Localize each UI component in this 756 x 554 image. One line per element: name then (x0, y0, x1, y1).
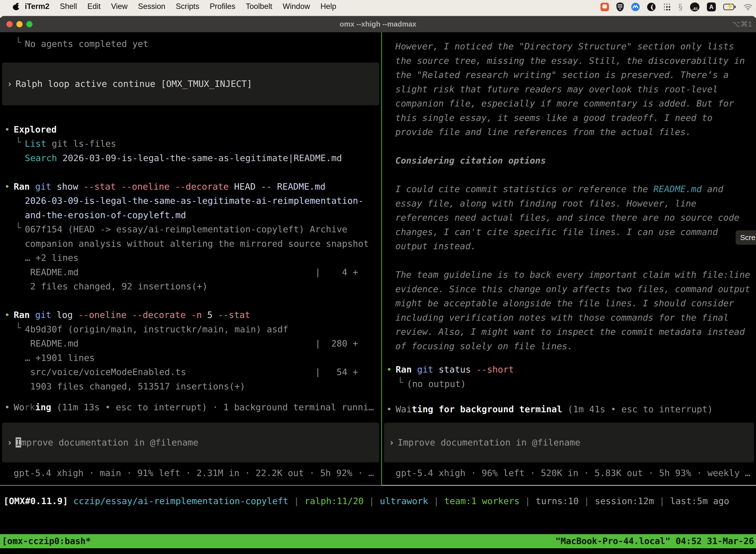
menu-item-session[interactable]: Session (138, 2, 165, 11)
terminal-line: this single essay, it seems like a good … (382, 111, 756, 125)
spacer (382, 353, 756, 363)
model-status-line: gpt-5.4 xhigh · main · 91% left · 2.31M … (0, 466, 381, 480)
tmux-host-clock: "MacBook-Pro-44.local" 04:52 31-Mar-26 (555, 534, 754, 548)
model-status-line: gpt-5.4 xhigh · 96% left · 520K in · 5.8… (382, 466, 756, 480)
menu-item-scripts[interactable]: Scripts (176, 2, 199, 11)
terminal-line: the "Related research writing" section i… (382, 68, 756, 82)
terminal-line: I could cite commit statistics or refere… (382, 182, 756, 196)
spacer (382, 139, 756, 154)
tree-branch-icon: └ (16, 135, 21, 150)
wifi-icon[interactable] (744, 3, 753, 10)
tmux-session-label: [omx-cczip0:bash* (2, 534, 91, 548)
input-source-icon[interactable]: A (707, 2, 716, 11)
terminal-line: •Waiting for background terminal (1m 41s… (382, 402, 756, 417)
tmux-panes: └No agents completed yet›Ralph loop acti… (0, 32, 756, 486)
dark-crescent-icon[interactable] (647, 3, 655, 11)
terminal-line: including verification notes with those … (382, 311, 756, 325)
pane-right-agent[interactable]: However, I noticed the "Directory Struct… (382, 32, 756, 486)
terminal-line: … +1901 lines (0, 351, 381, 365)
terminal-line: •Ran git show --stat --oneline --decorat… (0, 179, 381, 194)
menu-item-iterm2[interactable]: iTerm2 (25, 2, 49, 11)
spacer (382, 32, 756, 39)
tree-branch-icon: └ (16, 221, 21, 235)
menu-item-profiles[interactable]: Profiles (209, 2, 235, 11)
terminal-line: essay file, along with finding root file… (382, 196, 756, 211)
menu-item-help[interactable]: Help (320, 2, 336, 11)
title-bar[interactable]: omx --xhigh --madmax ⌥⌘1 (0, 16, 756, 32)
spacer (0, 165, 381, 179)
menu-status-icons: § ..61 A ⚡ (601, 2, 753, 12)
menu-items: iTerm2ShellEditViewSessionScriptsProfile… (0, 0, 336, 13)
tree-branch-icon: └ (16, 321, 21, 335)
terminal-line: README.md | 4 + (0, 265, 381, 279)
terminal-line: Considering citation options (382, 153, 756, 168)
prompt-input-text: Ralph loop active continue [OMX_TMUX_INJ… (2, 79, 252, 89)
prompt-chevron-icon: › (7, 79, 12, 89)
bullet-icon: • (4, 400, 10, 414)
bullet-icon: • (4, 122, 10, 137)
terminal-line: └List git ls-files (0, 136, 381, 151)
prompt-input-text: Improve documentation in @filename (384, 437, 580, 447)
terminal-line: └No agents completed yet (0, 37, 381, 51)
screen-share-overlay-label: Scre (740, 233, 756, 242)
gauge-label: ..61 (692, 6, 698, 11)
spacer (382, 462, 756, 466)
window-title: omx --xhigh --madmax (0, 16, 756, 32)
terminal-line: └(no output) (382, 377, 756, 391)
terminal-line: •Explored (0, 122, 381, 137)
chat-bubble-icon[interactable] (601, 3, 609, 11)
prompt-input[interactable]: ›Improve documentation in @filename (384, 423, 754, 462)
spacer (382, 417, 756, 423)
terminal-line: 2 files changed, 92 insertions(+) (0, 279, 381, 294)
terminal-line: Search 2026-03-09-is-legal-the-same-as-l… (0, 151, 381, 165)
bullet-icon: • (4, 179, 10, 194)
screen-share-overlay-button[interactable]: Scre (736, 230, 756, 245)
dots-grid-icon[interactable] (663, 3, 671, 11)
gauge-icon[interactable]: ..61 (690, 2, 699, 11)
tree-branch-icon: └ (397, 375, 403, 390)
spacer (0, 393, 381, 400)
menu-item-toolbelt[interactable]: Toolbelt (246, 2, 272, 11)
spacer (0, 294, 381, 308)
terminal-line: •Working (11m 13s • esc to interrupt) · … (0, 400, 381, 414)
terminal-line: 1903 files changed, 513517 insertions(+) (0, 379, 381, 394)
terminal-line: and-the-erosion-of-copyleft.md (0, 208, 381, 222)
shield-grid-icon[interactable] (616, 2, 624, 11)
prompt-input[interactable]: ›Improve documentation in @filename (2, 423, 379, 462)
terminal-line: evidence. Since this change only affects… (382, 282, 756, 296)
battery-bolt-glyph: ⚡ (726, 3, 734, 10)
spacer (0, 51, 381, 63)
terminal-line: provide file and line references from th… (382, 125, 756, 139)
input-source-label: A (709, 4, 713, 10)
blue-badge-icon[interactable] (631, 3, 640, 11)
terminal-line: references need actual files, and since … (382, 211, 756, 225)
spacer (382, 391, 756, 402)
spacer (0, 32, 381, 37)
terminal-line: the source tree, missing the essay. Stil… (382, 54, 756, 68)
terminal-line: The team guideline is to back every impo… (382, 268, 756, 282)
bullet-icon: • (4, 308, 10, 322)
battery-icon[interactable]: ⚡ (723, 4, 736, 10)
menu-item-shell[interactable]: Shell (60, 2, 77, 11)
terminal-line: review. Also, I might want to inspect th… (382, 325, 756, 339)
menu-item-window[interactable]: Window (283, 2, 310, 11)
prompt-chevron-icon: › (389, 437, 394, 447)
pane-left-agent[interactable]: └No agents completed yet›Ralph loop acti… (0, 32, 382, 486)
bullet-icon: • (386, 363, 392, 377)
terminal-line: └067f154 (HEAD -> essay/ai-reimplementat… (0, 222, 381, 236)
spacer (0, 414, 381, 423)
terminal-line: └4b9d30f (origin/main, instructkr/main, … (0, 322, 381, 337)
prompt-input[interactable]: ›Ralph loop active continue [OMX_TMUX_IN… (2, 63, 379, 105)
spacer (382, 254, 756, 268)
omx-status-bar: [OMX#0.11.9] cczip/essay/ai-reimplementa… (0, 494, 756, 508)
terminal-line: •Ran git status --short (382, 363, 756, 377)
terminal-line: However, I noticed the "Directory Struct… (382, 39, 756, 54)
squiggle-icon[interactable]: § (678, 3, 683, 11)
terminal-line: 2026-03-09-is-legal-the-same-as-legitima… (0, 193, 381, 208)
spacer (0, 462, 381, 466)
menu-item-edit[interactable]: Edit (87, 2, 101, 11)
prompt-chevron-icon: › (7, 437, 12, 447)
terminal-line: •Ran git log --oneline --decorate -n 5 -… (0, 308, 381, 322)
apple-menu-icon[interactable] (13, 3, 19, 10)
menu-item-view[interactable]: View (111, 2, 128, 11)
